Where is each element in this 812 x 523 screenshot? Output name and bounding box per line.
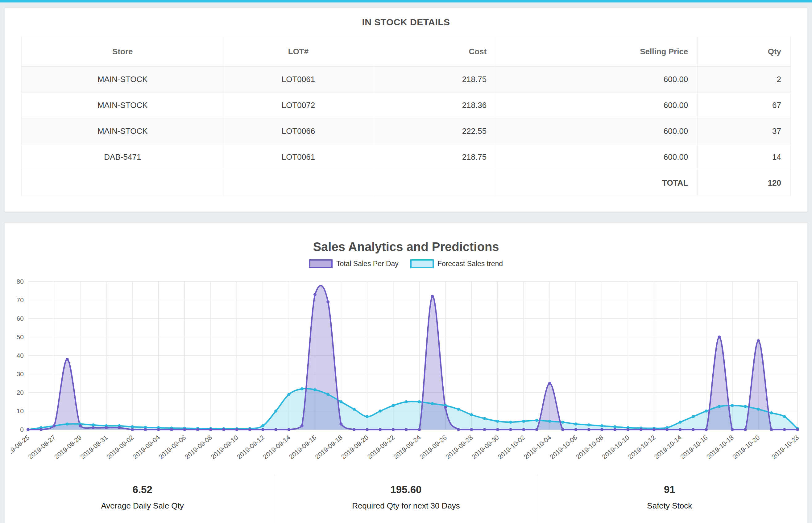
data-point[interactable] xyxy=(353,428,356,431)
data-point[interactable] xyxy=(692,415,695,418)
data-point[interactable] xyxy=(509,421,512,424)
data-point[interactable] xyxy=(170,428,173,431)
data-point[interactable] xyxy=(157,428,160,431)
data-point[interactable] xyxy=(600,424,603,428)
data-point[interactable] xyxy=(574,428,577,431)
data-point[interactable] xyxy=(261,424,264,428)
data-point[interactable] xyxy=(248,428,251,431)
data-point[interactable] xyxy=(496,420,499,423)
data-point[interactable] xyxy=(470,413,473,416)
data-point[interactable] xyxy=(183,428,186,431)
data-point[interactable] xyxy=(52,424,55,428)
data-point[interactable] xyxy=(522,420,525,423)
data-point[interactable] xyxy=(705,428,708,431)
data-point[interactable] xyxy=(770,428,773,431)
data-point[interactable] xyxy=(613,425,616,428)
data-point[interactable] xyxy=(692,428,695,431)
data-point[interactable] xyxy=(274,428,277,431)
data-point[interactable] xyxy=(679,421,682,424)
data-point[interactable] xyxy=(431,402,434,405)
data-point[interactable] xyxy=(744,428,747,431)
data-point[interactable] xyxy=(548,382,551,385)
data-point[interactable] xyxy=(27,428,30,431)
data-point[interactable] xyxy=(483,428,486,431)
data-point[interactable] xyxy=(105,426,108,429)
data-point[interactable] xyxy=(757,408,760,411)
data-point[interactable] xyxy=(131,425,134,428)
data-point[interactable] xyxy=(378,428,382,431)
data-point[interactable] xyxy=(314,388,317,391)
data-point[interactable] xyxy=(392,428,395,431)
data-point[interactable] xyxy=(548,420,551,423)
data-point[interactable] xyxy=(92,423,95,427)
data-point[interactable] xyxy=(718,405,721,408)
data-point[interactable] xyxy=(457,428,460,431)
data-point[interactable] xyxy=(287,428,290,431)
data-point[interactable] xyxy=(796,428,799,431)
data-point[interactable] xyxy=(744,405,747,408)
data-point[interactable] xyxy=(66,358,69,361)
data-point[interactable] xyxy=(392,404,395,407)
data-point[interactable] xyxy=(535,419,539,422)
data-point[interactable] xyxy=(222,428,225,431)
data-point[interactable] xyxy=(366,428,369,431)
data-point[interactable] xyxy=(300,387,304,391)
data-point[interactable] xyxy=(287,393,290,396)
data-point[interactable] xyxy=(235,428,238,431)
data-point[interactable] xyxy=(66,422,69,426)
data-point[interactable] xyxy=(535,428,539,431)
data-point[interactable] xyxy=(314,293,317,296)
data-point[interactable] xyxy=(666,428,669,431)
data-point[interactable] xyxy=(783,415,786,418)
data-point[interactable] xyxy=(522,428,525,431)
data-point[interactable] xyxy=(118,426,121,429)
data-point[interactable] xyxy=(405,428,408,431)
data-point[interactable] xyxy=(561,428,564,431)
data-point[interactable] xyxy=(92,426,95,429)
data-point[interactable] xyxy=(757,339,760,342)
data-point[interactable] xyxy=(574,422,577,426)
data-point[interactable] xyxy=(509,428,512,431)
data-point[interactable] xyxy=(366,415,369,418)
data-point[interactable] xyxy=(626,428,629,431)
data-point[interactable] xyxy=(209,428,212,431)
data-point[interactable] xyxy=(457,408,460,411)
data-point[interactable] xyxy=(731,404,734,407)
data-point[interactable] xyxy=(679,428,682,431)
data-point[interactable] xyxy=(783,428,786,431)
data-point[interactable] xyxy=(444,406,447,409)
data-point[interactable] xyxy=(144,428,147,431)
data-point[interactable] xyxy=(483,417,486,420)
data-point[interactable] xyxy=(378,410,382,413)
data-point[interactable] xyxy=(705,410,708,413)
data-point[interactable] xyxy=(405,400,408,403)
data-point[interactable] xyxy=(587,428,590,431)
data-point[interactable] xyxy=(613,428,616,431)
data-point[interactable] xyxy=(496,428,499,431)
data-point[interactable] xyxy=(600,428,603,431)
data-point[interactable] xyxy=(418,428,421,431)
data-point[interactable] xyxy=(274,410,277,413)
data-point[interactable] xyxy=(196,428,199,431)
data-point[interactable] xyxy=(326,393,330,396)
data-point[interactable] xyxy=(339,422,342,426)
data-point[interactable] xyxy=(353,408,356,411)
legend-item-forecast[interactable]: Forecast Sales trend xyxy=(410,259,503,268)
data-point[interactable] xyxy=(561,421,564,424)
data-point[interactable] xyxy=(587,423,590,427)
data-point[interactable] xyxy=(300,424,304,428)
data-point[interactable] xyxy=(470,428,473,431)
data-point[interactable] xyxy=(339,400,342,403)
data-point[interactable] xyxy=(131,428,134,431)
data-point[interactable] xyxy=(653,428,656,431)
data-point[interactable] xyxy=(770,411,773,414)
legend-item-total-sales[interactable]: Total Sales Per Day xyxy=(309,259,399,268)
sales-analytics-chart[interactable]: 010203040506070802019-08-252019-08-27201… xyxy=(11,277,801,474)
data-point[interactable] xyxy=(418,400,421,403)
data-point[interactable] xyxy=(718,336,721,339)
data-point[interactable] xyxy=(731,428,734,431)
data-point[interactable] xyxy=(326,300,330,303)
data-point[interactable] xyxy=(79,424,82,428)
data-point[interactable] xyxy=(261,428,264,431)
data-point[interactable] xyxy=(39,428,42,431)
